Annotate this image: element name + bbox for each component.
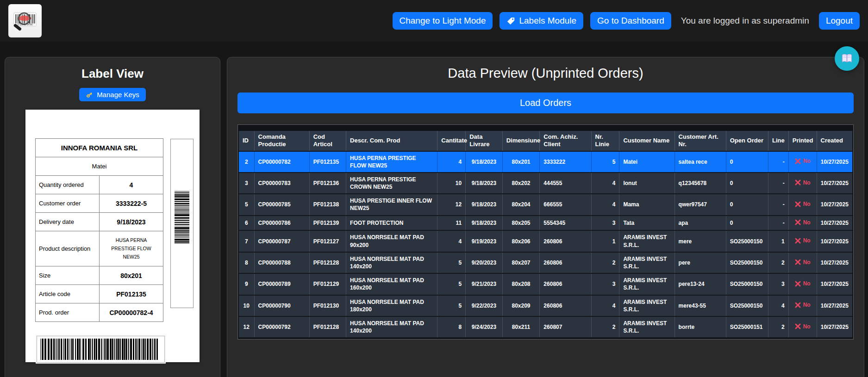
table-cell: 80x205: [502, 216, 540, 231]
table-cell: 9: [239, 273, 254, 295]
printed-no-badge: No: [795, 259, 811, 266]
column-header: Customer Art. Nr.: [674, 131, 726, 151]
column-header: Data Livrare: [466, 131, 502, 151]
table-cell: borrte: [674, 316, 726, 338]
barcode-bar: [175, 237, 189, 238]
table-cell: -: [768, 216, 789, 231]
barcode-bar: [120, 339, 121, 360]
table-cell: 6: [239, 216, 254, 231]
table-row[interactable]: 6CP00000786PF012139FOOT PROTECTION119/18…: [239, 216, 852, 231]
table-cell: pere: [674, 252, 726, 273]
table-cell: HUSA NORRSELE MAT PAD 90x200: [346, 230, 437, 252]
barcode-bar: [152, 339, 153, 360]
table-cell: 11: [437, 216, 466, 231]
barcode-bar: [63, 339, 63, 360]
table-cell: 0: [726, 216, 768, 231]
table-cell: 0: [726, 173, 768, 194]
table-cell: HUSA NORRSELE MAT PAD 140x200: [346, 252, 437, 273]
barcode-bar: [96, 339, 97, 360]
barcode-bar: [175, 214, 189, 216]
table-cell: CP00000790: [254, 295, 309, 316]
barcode-bar: [175, 227, 189, 229]
table-row[interactable]: 8CP00000788PF012128HUSA NORRSELE MAT PAD…: [239, 252, 852, 273]
label-field-name: Article code: [36, 285, 100, 303]
load-orders-button[interactable]: Load Orders: [237, 93, 854, 113]
label-field-row: Quantity ordered4: [36, 176, 163, 194]
x-icon: [795, 158, 801, 164]
label-field-name: Prod. order: [36, 303, 100, 322]
x-icon: [795, 259, 801, 265]
table-cell: 12: [239, 316, 254, 338]
table-cell: SO25000150: [726, 252, 768, 273]
docs-fab-button[interactable]: [835, 46, 859, 71]
table-cell: HUSA NORRSELE MAT PAD 160x200: [346, 273, 437, 295]
printed-status-cell: No: [788, 252, 817, 273]
light-mode-button[interactable]: Change to Light Mode: [393, 12, 493, 30]
barcode-bar: [135, 339, 136, 360]
logout-button[interactable]: Logout: [819, 12, 860, 30]
table-row[interactable]: 9CP00000789PF012129HUSA NORRSELE MAT PAD…: [239, 273, 852, 295]
table-cell: SO25000150: [726, 295, 768, 316]
label-field-value: PF012135: [100, 285, 163, 303]
table-row[interactable]: 2CP00000782PF012135HUSA PERNA PRESTIGE F…: [239, 151, 852, 173]
dashboard-button[interactable]: Go to Dashboard: [590, 12, 671, 30]
table-cell: 5: [591, 151, 619, 173]
barcode-bar: [175, 235, 189, 236]
label-field-row: Prod. orderCP00000782-4: [36, 303, 163, 322]
table-cell: 4: [591, 295, 619, 316]
labels-module-button[interactable]: Labels Module: [500, 12, 583, 30]
orders-table: IDComanda ProductieCod ArticolDescr. Com…: [239, 131, 852, 338]
barcode-bar: [116, 339, 118, 360]
table-cell: 80x211: [502, 316, 540, 338]
table-row[interactable]: 3CP00000783PF012136HUSA PERNA PRESTIGE C…: [239, 173, 852, 194]
printed-status-cell: No: [788, 216, 817, 231]
table-cell: 5: [437, 252, 466, 273]
printed-status-cell: No: [788, 194, 817, 215]
app-logo[interactable]: 9 323 61 54786: [8, 4, 42, 37]
table-cell: 10: [239, 295, 254, 316]
label-customer: Matei: [36, 157, 163, 176]
table-cell: q12345678: [674, 173, 726, 194]
table-cell: mere43-55: [674, 295, 726, 316]
barcode-bar: [175, 205, 189, 206]
table-cell: 80x208: [502, 273, 540, 295]
barcode-bar: [103, 339, 103, 360]
table-cell: HUSA PERNA PRESTIGE CROWN NEW25: [346, 173, 437, 194]
table-cell: CP00000786: [254, 216, 309, 231]
barcode-scanner-logo-icon: 9 323 61 54786: [11, 7, 39, 35]
table-cell: 2: [591, 316, 619, 338]
barcode-bar: [175, 203, 189, 204]
x-icon: [795, 219, 801, 225]
table-cell: 3333222: [540, 151, 591, 173]
barcode-bar: [94, 339, 95, 360]
table-cell: saltea rece: [674, 151, 726, 173]
table-cell: 10/27/2025: [817, 316, 852, 338]
table-row[interactable]: 5CP00000785PF012138HUSA PRESTIGE INNER F…: [239, 194, 852, 215]
table-cell: 2: [768, 316, 789, 338]
label-field-value: HUSA PERNA PRESTIGE FLOW NEW25: [100, 231, 163, 266]
barcode-bar: [106, 339, 106, 360]
barcode-bar: [175, 217, 189, 218]
table-cell: SO25000151: [726, 316, 768, 338]
table-cell: 12: [437, 194, 466, 215]
data-preview-title: Data Preview (Unprinted Orders): [227, 66, 864, 81]
table-cell: 10/27/2025: [817, 273, 852, 295]
open-book-icon: [841, 52, 853, 65]
barcode-bar: [138, 339, 140, 360]
label-field-value: 9/18/2023: [100, 213, 163, 231]
table-row[interactable]: 10CP00000790PF012130HUSA NORRSELE MAT PA…: [239, 295, 852, 316]
table-cell: 10/27/2025: [817, 230, 852, 252]
barcode-bar: [56, 339, 57, 360]
manage-keys-button[interactable]: Manage Keys: [79, 88, 146, 101]
barcode-bar: [175, 207, 189, 208]
table-cell: Mama: [619, 194, 674, 215]
barcode-bar: [175, 242, 189, 243]
table-row[interactable]: 7CP00000787PF012127HUSA NORRSELE MAT PAD…: [239, 230, 852, 252]
manage-keys-label: Manage Keys: [97, 91, 139, 99]
table-cell: 2: [239, 151, 254, 173]
table-row[interactable]: 12CP00000792PF012128HUSA NORRSELE MAT PA…: [239, 316, 852, 338]
dashboard-label: Go to Dashboard: [597, 16, 664, 26]
label-field-row: Product descriptionHUSA PERNA PRESTIGE F…: [36, 231, 163, 266]
printed-no-badge: No: [795, 301, 811, 309]
printed-no-badge: No: [795, 179, 811, 186]
